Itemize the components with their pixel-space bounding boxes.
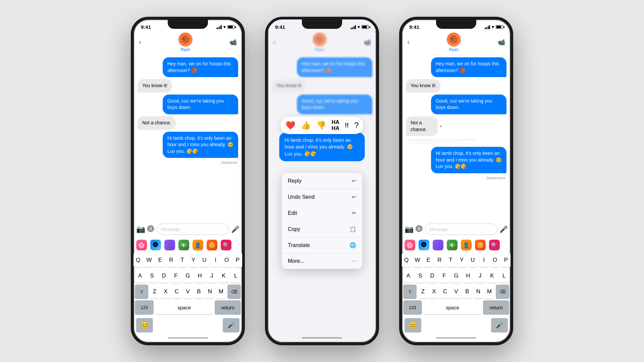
rkey-space[interactable]: space: [424, 300, 481, 314]
rkey-q[interactable]: Q: [402, 253, 411, 267]
rkey-z[interactable]: Z: [418, 285, 428, 299]
context-copy[interactable]: Copy 📋: [282, 221, 362, 237]
right-msg-1[interactable]: Hey man, we on for hoops this afternoon?…: [431, 57, 506, 77]
key-g[interactable]: G: [183, 269, 193, 283]
left-app-cash[interactable]: 💵: [178, 240, 189, 250]
rkey-x[interactable]: X: [429, 285, 439, 299]
reaction-haha[interactable]: HAHA: [332, 119, 339, 131]
key-x[interactable]: X: [161, 285, 170, 299]
middle-featured-bubble[interactable]: Hi lamb chop, it's only been an hour and…: [279, 133, 365, 161]
rkey-e[interactable]: E: [424, 253, 433, 267]
key-l[interactable]: L: [230, 269, 241, 283]
key-z[interactable]: Z: [150, 285, 159, 299]
rkey-d[interactable]: D: [427, 269, 437, 283]
key-b[interactable]: B: [194, 285, 204, 299]
rkey-a[interactable]: A: [403, 269, 414, 283]
reaction-heart[interactable]: ❤️: [285, 121, 296, 130]
key-mic-left[interactable]: 🎤: [223, 318, 239, 332]
rkey-123[interactable]: 123: [403, 300, 422, 314]
rkey-t[interactable]: T: [446, 253, 455, 267]
key-m[interactable]: M: [216, 285, 226, 299]
context-translate[interactable]: Translate 🌐: [282, 237, 362, 253]
rkey-b[interactable]: B: [463, 285, 472, 299]
key-h[interactable]: H: [195, 269, 205, 283]
rkey-i[interactable]: I: [479, 253, 489, 267]
right-app-contacts[interactable]: 👤: [461, 240, 472, 250]
right-msg-3[interactable]: Good, cuz we're taking you boys down.: [431, 95, 506, 114]
key-p[interactable]: P: [233, 253, 243, 267]
key-f[interactable]: F: [171, 269, 181, 283]
context-reply[interactable]: Reply ↩: [282, 173, 362, 189]
reaction-exclaim[interactable]: !!: [345, 122, 349, 129]
right-app-photos[interactable]: 🌸: [405, 240, 415, 250]
rkey-l[interactable]: L: [499, 269, 509, 283]
key-123[interactable]: 123: [135, 300, 154, 314]
right-msg-5[interactable]: Hi lamb chop, it's only been an hour and…: [431, 147, 506, 173]
rkey-p[interactable]: P: [501, 253, 511, 267]
key-s[interactable]: S: [147, 269, 157, 283]
key-delete[interactable]: ⌫: [227, 285, 241, 299]
rkey-mic[interactable]: 🎤: [491, 318, 508, 332]
rkey-v[interactable]: V: [451, 285, 461, 299]
left-app-stickers[interactable]: 😊: [207, 240, 217, 250]
left-apps-icon[interactable]: 🅐: [147, 225, 155, 234]
right-app-store[interactable]: 🅐: [419, 240, 429, 250]
rkey-h[interactable]: H: [463, 269, 473, 283]
right-mic-icon[interactable]: 🎤: [499, 225, 508, 233]
right-app-stickers[interactable]: 😊: [475, 240, 486, 250]
left-msg-4[interactable]: Not a chance.: [138, 116, 176, 130]
reaction-question[interactable]: ?: [354, 121, 359, 130]
context-edit[interactable]: Edit ✏: [282, 205, 362, 221]
left-video-button[interactable]: 📹: [229, 39, 237, 46]
right-back-button[interactable]: ‹: [407, 38, 410, 47]
key-o[interactable]: O: [222, 253, 231, 267]
key-k[interactable]: K: [219, 269, 229, 283]
key-u[interactable]: U: [200, 253, 209, 267]
right-apps-icon[interactable]: 🅐: [416, 225, 423, 234]
left-msg-1[interactable]: Hey man, we on for hoops this afternoon?…: [163, 57, 238, 77]
key-y[interactable]: Y: [189, 253, 198, 267]
context-more[interactable]: More... ···: [282, 253, 362, 269]
key-v[interactable]: V: [183, 285, 193, 299]
left-contact-info[interactable]: 🏀 Ryan: [178, 33, 193, 52]
rkey-g[interactable]: G: [451, 269, 462, 283]
left-msg-5[interactable]: Hi lamb chop, it's only been an hour and…: [163, 132, 238, 158]
right-msg-4[interactable]: Not a chance.: [406, 116, 438, 136]
left-app-store[interactable]: 🅐: [150, 240, 161, 250]
left-camera-icon[interactable]: 📷: [136, 225, 145, 234]
rkey-delete[interactable]: ⌫: [496, 285, 509, 299]
key-r[interactable]: R: [167, 253, 176, 267]
key-shift[interactable]: ⇧: [135, 285, 148, 299]
right-app-audio[interactable]: 🎵: [433, 240, 443, 250]
key-return[interactable]: return: [215, 300, 241, 314]
rkey-w[interactable]: W: [413, 253, 422, 267]
left-app-more[interactable]: 🔍: [221, 240, 231, 250]
key-space[interactable]: space: [155, 300, 213, 314]
reaction-thumbup[interactable]: 👍: [301, 121, 311, 130]
rkey-return[interactable]: return: [483, 300, 509, 314]
rkey-f[interactable]: F: [439, 269, 449, 283]
key-t[interactable]: T: [178, 253, 187, 267]
left-app-audio[interactable]: 🎵: [164, 240, 175, 250]
rkey-j[interactable]: J: [475, 269, 485, 283]
left-msg-2[interactable]: You know it!: [138, 79, 172, 93]
left-app-photos[interactable]: 🌸: [136, 240, 147, 250]
key-d[interactable]: D: [159, 269, 169, 283]
rkey-u[interactable]: U: [468, 253, 478, 267]
rkey-emoji[interactable]: 😊: [405, 318, 421, 332]
right-video-button[interactable]: 📹: [498, 39, 505, 46]
left-app-contacts[interactable]: 👤: [193, 240, 203, 250]
key-w[interactable]: W: [145, 253, 154, 267]
rkey-n[interactable]: N: [474, 285, 483, 299]
key-i[interactable]: I: [211, 253, 220, 267]
key-j[interactable]: J: [207, 269, 217, 283]
rkey-shift[interactable]: ⇧: [403, 285, 417, 299]
left-message-input[interactable]: Message: [157, 224, 229, 235]
key-c[interactable]: C: [172, 285, 181, 299]
right-message-input[interactable]: Message: [425, 224, 497, 235]
right-msg-2[interactable]: You know it!: [406, 79, 440, 93]
key-a[interactable]: A: [135, 269, 145, 283]
right-app-cash[interactable]: 💵: [447, 240, 458, 250]
left-msg-3[interactable]: Good, cuz we're taking you boys down.: [163, 95, 238, 114]
right-app-more[interactable]: 🔍: [489, 240, 500, 250]
